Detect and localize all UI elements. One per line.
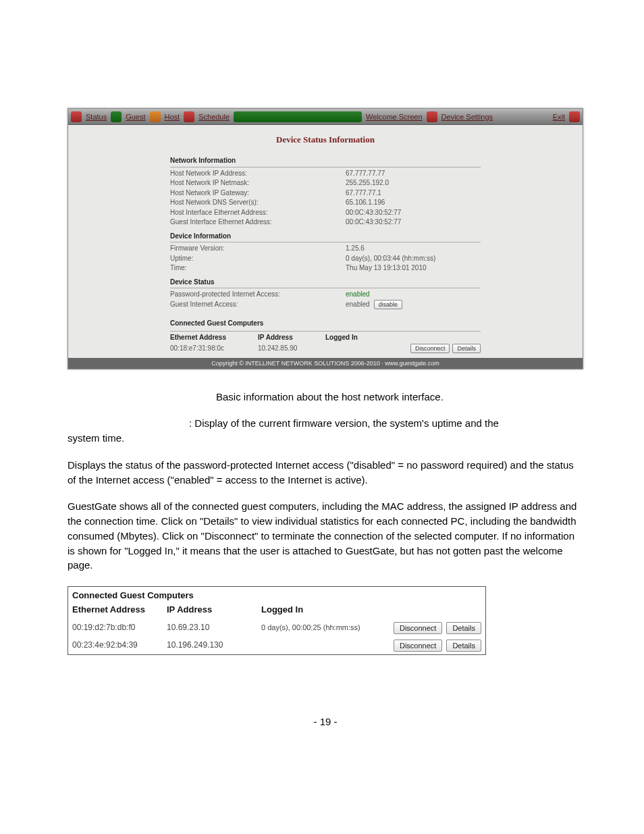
cg-title: Connected Guest Computers: [68, 587, 485, 602]
col-ip: IP Address: [258, 333, 325, 343]
device-info-heading: Device Information: [170, 228, 481, 243]
uptime-label: Uptime:: [170, 254, 346, 264]
network-info-heading: Network Information: [170, 152, 481, 167]
host-ip-value: 67.777.77.77: [346, 169, 481, 179]
cg-row: 00:19:d2:7b:db:f0 10.69.23.10 0 day(s), …: [68, 619, 485, 637]
cg-logged: 0 day(s), 00:00:25 (hh:mm:ss): [261, 623, 394, 633]
details-button[interactable]: Details: [446, 640, 481, 652]
disconnect-button[interactable]: Disconnect: [394, 622, 442, 634]
document-body: Basic information about the host network…: [68, 390, 583, 655]
nav-device-settings[interactable]: Device Settings: [437, 113, 497, 121]
page-number: - 19 -: [68, 716, 583, 727]
firmware-value: 1.25.6: [346, 244, 481, 254]
host-eth-label: Host Interface Ethernet Address:: [170, 208, 346, 218]
pp-access-value: enabled: [346, 290, 481, 300]
pp-access-label: Password-protected Internet Access:: [170, 290, 346, 300]
connected-guests-heading: Connected Guest Computers: [170, 315, 481, 330]
details-button[interactable]: Details: [446, 622, 481, 634]
host-ip-label: Host Network IP Address:: [170, 169, 346, 179]
netmask-label: Host Network IP Netmask:: [170, 178, 346, 188]
cg-eth: 00:19:d2:7b:db:f0: [72, 622, 167, 633]
device-status-heading: Device Status: [170, 273, 481, 289]
para-device-info-line2: system time.: [68, 432, 124, 444]
guest-row: 00:18:e7:31:98:0c 10.242.85.90 Disconnec…: [170, 342, 481, 355]
guest-internet-value: enabled: [346, 300, 370, 310]
guest-eth-label: Guest Interface Ethernet Address:: [170, 217, 346, 228]
settings-icon: [427, 111, 437, 122]
connected-guests-table: Connected Guest Computers Ethernet Addre…: [68, 586, 486, 655]
cg-ip: 10.196.249.130: [167, 640, 261, 651]
nav-status[interactable]: Status: [82, 113, 111, 121]
details-button[interactable]: Details: [452, 344, 481, 353]
welcome-icon: [234, 111, 362, 122]
para-device-info-line1: : Display of the current firmware versio…: [189, 416, 499, 431]
para-connected-guests: GuestGate shows all of the connected gue…: [68, 499, 583, 573]
firmware-label: Firmware Version:: [170, 244, 346, 254]
search-icon: [71, 111, 82, 122]
dns-value: 65.106.1.196: [346, 198, 481, 208]
guest-internet-label: Guest Internet Access:: [170, 300, 346, 310]
time-value: Thu May 13 19:13:01 2010: [346, 263, 481, 273]
host-eth-value: 00:0C:43:30:52:77: [346, 208, 481, 218]
guest-ip: 10.242.85.90: [258, 344, 325, 354]
guest-eth: 00:18:e7:31:98:0c: [170, 344, 258, 354]
nav-host[interactable]: Host: [161, 113, 184, 121]
dns-label: Host Network DNS Server(s):: [170, 198, 346, 208]
nav-schedule[interactable]: Schedule: [194, 113, 234, 121]
cg-ip: 10.69.23.10: [167, 622, 261, 633]
nav-welcome[interactable]: Welcome Screen: [362, 113, 427, 121]
gateway-label: Host Network IP Gateway:: [170, 188, 346, 199]
netmask-value: 255.255.192.0: [346, 178, 481, 188]
cg-col-ip: IP Address: [167, 604, 261, 617]
guest-eth-value: 00:0C:43:30:52:77: [346, 217, 481, 228]
host-icon: [150, 111, 161, 122]
para-device-status: Displays the status of the password-prot…: [68, 458, 583, 488]
schedule-icon: [184, 111, 194, 122]
uptime-value: 0 day(s), 00:03:44 (hh:mm:ss): [346, 254, 481, 264]
page-title: Device Status Information: [75, 132, 576, 152]
gateway-value: 67.777.77.1: [346, 188, 481, 199]
cg-eth: 00:23:4e:92:b4:39: [72, 640, 167, 651]
copyright-footer: Copyright © INTELLINET NETWORK SOLUTIONS…: [68, 358, 583, 369]
exit-icon: [569, 111, 580, 122]
cg-col-eth: Ethernet Address: [72, 604, 167, 617]
device-status-screenshot: Status Guest Host Schedule Welcome Scree…: [68, 108, 583, 369]
cg-row: 00:23:4e:92:b4:39 10.196.249.130 Disconn…: [68, 637, 485, 654]
time-label: Time:: [170, 263, 346, 273]
disable-button[interactable]: disable: [374, 300, 403, 309]
cg-col-logged: Logged In: [261, 604, 481, 617]
nav-guest[interactable]: Guest: [122, 113, 149, 121]
disconnect-button[interactable]: Disconnect: [394, 640, 442, 652]
disconnect-button[interactable]: Disconnect: [410, 344, 450, 353]
nav-exit[interactable]: Exit: [549, 113, 569, 121]
col-logged-in: Logged In: [325, 333, 386, 343]
col-ethernet: Ethernet Address: [170, 333, 258, 343]
guest-icon: [111, 111, 122, 122]
nav-bar: Status Guest Host Schedule Welcome Scree…: [68, 109, 583, 125]
para-network-info: Basic information about the host network…: [216, 390, 583, 405]
